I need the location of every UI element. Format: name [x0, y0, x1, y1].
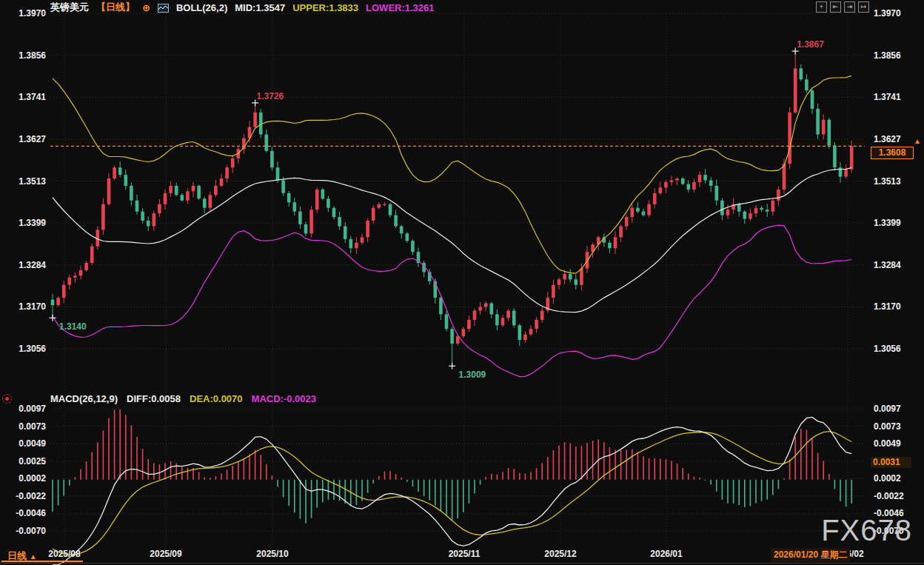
- macd-tick-right: 0.0049: [874, 439, 901, 448]
- price-tick-left: 1.3856: [0, 51, 46, 60]
- macd-title: MACD(26,12,9): [50, 393, 118, 404]
- macd-tick-left: 0.0073: [0, 422, 46, 431]
- scale-left-icon[interactable]: ⇤: [830, 1, 841, 13]
- high-price-annotation: 1.3867: [797, 39, 824, 50]
- macd-tick-left: 0.0049: [0, 439, 46, 448]
- date-label: 2026/01: [635, 549, 697, 559]
- date-label: 2025/09: [135, 549, 197, 559]
- price-tick-left: 1.3399: [0, 218, 46, 227]
- chart-header: 英镑美元 【日线】 ⊕ BOLL(26,2) MID:1.3547 UPPER:…: [50, 1, 435, 14]
- boll-mid-value: MID:1.3547: [235, 2, 285, 13]
- macd-tick-left: -0.0022: [0, 492, 46, 501]
- price-tick-left: 1.3284: [0, 261, 46, 270]
- price-tick-right: 1.3741: [874, 93, 901, 101]
- price-up-arrow-icon: ▲: [914, 137, 921, 145]
- add-indicator-icon[interactable]: ⊕: [142, 2, 150, 13]
- macd-tick-left: -0.0046: [0, 509, 46, 518]
- macd-tick-left: 0.0097: [0, 404, 46, 413]
- time-axis-separator: [0, 563, 924, 564]
- price-tick-left: 1.3741: [0, 93, 46, 101]
- price-tick-right: 1.3513: [874, 177, 901, 186]
- price-tick-right: 1.3170: [874, 302, 901, 311]
- price-tick-right: 1.3970: [874, 9, 901, 18]
- boll-indicator-icon[interactable]: [158, 4, 169, 13]
- macd-dea-value: DEA:0.0070: [190, 393, 243, 404]
- macd-tick-right: 0.0073: [874, 422, 901, 431]
- price-tick-right: 1.3627: [874, 135, 901, 144]
- chart-toolbar: +⇤⇥↦: [816, 1, 869, 13]
- current-price-badge: 1.3608: [871, 147, 914, 159]
- price-tick-right: 1.3856: [874, 51, 901, 60]
- price-tick-right: 1.3056: [874, 344, 901, 353]
- boll-label: BOLL(26,2): [176, 2, 227, 13]
- macd-macd-value: MACD:-0.0023: [252, 393, 316, 404]
- date-label: 2025/12: [529, 549, 592, 559]
- price-tick-right: 1.3399: [874, 218, 901, 227]
- period-tag[interactable]: 【日线】: [96, 1, 135, 14]
- low-price-annotation: 1.3140: [59, 321, 87, 332]
- current-macd-badge: 0.0031: [871, 457, 911, 468]
- symbol-title: 英镑美元: [50, 1, 89, 14]
- price-tick-left: 1.3627: [0, 135, 46, 144]
- chart-canvas[interactable]: [0, 0, 924, 565]
- tab-arrow-icon: ▲: [30, 552, 37, 561]
- chart-window: 英镑美元 【日线】 ⊕ BOLL(26,2) MID:1.3547 UPPER:…: [0, 0, 924, 565]
- date-label: 2025/11: [433, 549, 495, 559]
- price-tick-left: 1.3970: [0, 9, 46, 18]
- recording-beacon-icon: [2, 394, 12, 404]
- macd-tick-left: -0.0070: [0, 526, 46, 535]
- scale-right-icon[interactable]: ⇥: [844, 1, 855, 13]
- low-price-annotation: 1.3009: [459, 370, 486, 380]
- date-label: 2025/10: [241, 549, 304, 559]
- macd-diff-value: DIFF:0.0058: [127, 393, 181, 404]
- macd-tick-right: 0.0097: [874, 404, 901, 413]
- period-tab-daily[interactable]: 日线 ▲: [7, 549, 37, 563]
- macd-tick-right: 0.0002: [874, 474, 901, 483]
- crosshair-icon[interactable]: +: [816, 1, 827, 13]
- boll-upper-value: UPPER:1.3833: [292, 2, 358, 13]
- macd-tick-right: -0.0022: [874, 492, 904, 501]
- price-tick-left: 1.3056: [0, 344, 46, 353]
- high-price-annotation: 1.3726: [257, 91, 284, 101]
- shift-right-icon[interactable]: ↦: [858, 1, 869, 13]
- macd-tick-left: 0.0002: [0, 474, 46, 483]
- macd-tick-left: 0.0025: [0, 457, 46, 466]
- date-label: 2025/08: [33, 549, 96, 559]
- crosshair-date-badge: 2026/01/20 星期二: [771, 548, 850, 562]
- boll-lower-value: LOWER:1.3261: [366, 2, 434, 13]
- price-tick-right: 1.3284: [874, 261, 901, 270]
- watermark-logo: FX678: [821, 514, 912, 547]
- macd-header: MACD(26,12,9) DIFF:0.0058 DEA:0.0070 MAC…: [50, 393, 316, 404]
- price-tick-left: 1.3170: [0, 302, 46, 311]
- price-tick-left: 1.3513: [0, 177, 46, 186]
